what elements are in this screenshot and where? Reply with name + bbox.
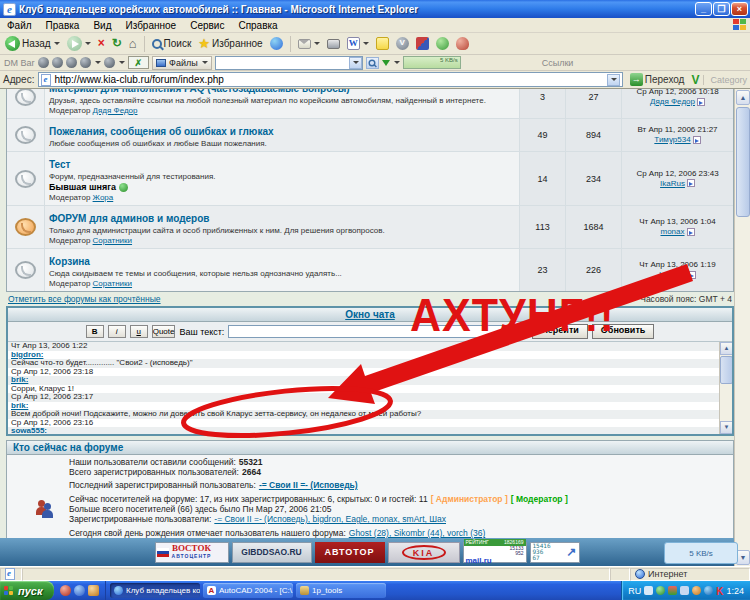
language-indicator[interactable]: RU (628, 586, 641, 596)
underline-button[interactable]: u (130, 325, 148, 338)
goto-last-post-icon[interactable] (697, 98, 705, 106)
v-checkmark-icon[interactable]: V (691, 73, 699, 87)
quicklaunch-icon-3[interactable] (88, 585, 99, 596)
last-post-user-link[interactable]: Дядя Федор (650, 97, 695, 106)
print-button[interactable] (325, 38, 342, 50)
dm-media-icon[interactable] (80, 57, 91, 68)
back-button[interactable]: Назад (3, 35, 62, 52)
last-post-user-link[interactable]: Тимур534 (654, 135, 690, 144)
kia-banner[interactable]: KIA (388, 542, 460, 563)
minimize-button[interactable]: _ (695, 2, 712, 16)
italic-button[interactable]: i (108, 325, 126, 338)
dm-download-icon[interactable] (382, 60, 390, 66)
scroll-up-icon[interactable]: ▲ (720, 342, 732, 355)
menu-help[interactable]: Справка (231, 20, 284, 31)
mailru-rating-banner[interactable]: РЕЙТИНГ1826169 15133 952 mail.ru (463, 542, 527, 563)
icq-button[interactable] (434, 36, 451, 51)
hit-counter-banner[interactable]: 1541693667 ↗ (530, 542, 580, 563)
registered-users-links[interactable]: -= Свои II =- (Исповедь), bigdron, Eagle… (214, 514, 446, 524)
last-registered-user-link[interactable]: -= Свои II =- (Исповедь) (259, 480, 358, 490)
avtotor-banner[interactable]: АВТОТОР (315, 542, 385, 563)
dm-speed-popup[interactable]: 5 KB/s (664, 542, 738, 564)
home-button[interactable]: ⌂ (127, 36, 139, 51)
tray-icon-6[interactable] (704, 586, 713, 595)
forum-title-link[interactable]: Пожелания, сообщения об ошибках и глюках (49, 126, 274, 137)
menu-edit[interactable]: Правка (39, 20, 87, 31)
notes-button[interactable] (374, 36, 391, 51)
menu-file[interactable]: Файл (0, 20, 39, 31)
scroll-down-icon[interactable]: ▼ (736, 550, 750, 565)
moderator-link[interactable]: Соратники (93, 236, 132, 245)
forum-title-link[interactable]: Тест (49, 159, 71, 170)
moderator-link[interactable]: Соратники (93, 279, 132, 288)
dm-files-dropdown[interactable]: Файлы (152, 56, 212, 70)
address-input[interactable]: http://www.kia-club.ru/forum/index.php (38, 72, 622, 87)
tray-icon-2[interactable] (656, 586, 665, 595)
birthday-today-links[interactable]: Ghost (28), Sikombr (44), vorch (36) (349, 528, 486, 538)
scrollbar-thumb[interactable] (736, 107, 750, 217)
page-scrollbar[interactable]: ▲ ▼ (734, 89, 750, 566)
favorites-button[interactable]: ★Избранное (196, 35, 264, 52)
category-button[interactable]: Category (703, 75, 747, 85)
search-button[interactable]: Поиск (150, 37, 194, 50)
forward-button[interactable] (65, 35, 93, 52)
task-ie-forum[interactable]: Клуб владельцев ко... (110, 583, 200, 598)
menu-view[interactable]: Вид (86, 20, 118, 31)
goto-last-post-icon[interactable] (688, 271, 696, 279)
forum-title-link[interactable]: Материал для наполнения FAQ (частозадава… (49, 89, 350, 94)
tray-icon-4[interactable] (680, 586, 689, 595)
close-button[interactable]: × (731, 2, 748, 16)
dm-search-input[interactable] (215, 56, 363, 70)
messenger-button[interactable]: V (394, 36, 411, 51)
bold-button[interactable]: B (86, 325, 104, 338)
goto-last-post-icon[interactable] (687, 228, 695, 236)
vostok-banner[interactable]: ВОСТОКАВТОЦЕНТР (155, 542, 229, 563)
mark-forums-read-link[interactable]: Отметить все форумы как прочтённые (8, 294, 161, 304)
tray-icon-5[interactable] (692, 586, 701, 595)
menu-tools[interactable]: Сервис (183, 20, 231, 31)
contacts-button[interactable] (454, 36, 471, 51)
start-button[interactable]: пуск (0, 581, 54, 600)
chat-window-link[interactable]: Окно чата (345, 309, 395, 320)
chat-user-link[interactable]: brik: (11, 402, 28, 410)
restore-button[interactable]: ❐ (713, 2, 730, 16)
task-autocad[interactable]: AAutoCAD 2004 - [C:\... (203, 583, 293, 598)
dm-drop-basket[interactable]: ✗ (128, 56, 150, 69)
refresh-button[interactable]: ↻ (110, 36, 124, 51)
tray-icon-3[interactable] (668, 586, 677, 595)
edit-button[interactable]: W (345, 36, 371, 51)
last-post-user-link[interactable]: monax (660, 227, 684, 236)
gibdd-banner[interactable]: GIBDDSAO.RU (232, 542, 312, 563)
goto-last-post-icon[interactable] (693, 136, 701, 144)
go-button[interactable]: →Переход (627, 72, 688, 87)
dm-globe-icon[interactable] (38, 57, 49, 68)
links-label[interactable]: Ссылки (542, 58, 574, 68)
scrollbar-thumb[interactable] (720, 356, 732, 384)
menu-favorites[interactable]: Избранное (118, 20, 183, 31)
task-1p-tools[interactable]: 1p_tools (296, 583, 386, 598)
last-post-user-link[interactable]: bigdron (659, 270, 686, 279)
moderator-link[interactable]: Жора (93, 193, 114, 202)
forum-title-link[interactable]: Корзина (49, 256, 90, 267)
dm-folder-icon[interactable] (66, 57, 77, 68)
scroll-down-icon[interactable]: ▼ (720, 421, 732, 434)
chat-user-link[interactable]: bigdron: (11, 351, 43, 359)
dm-search-button[interactable] (366, 57, 379, 69)
scroll-up-icon[interactable]: ▲ (736, 90, 750, 105)
dm-add-icon[interactable] (52, 57, 63, 68)
kaspersky-icon[interactable]: K (716, 586, 723, 595)
chat-user-link[interactable]: brik: (11, 376, 28, 384)
tray-icon-1[interactable] (644, 586, 653, 595)
chat-scrollbar[interactable]: ▲ ▼ (719, 342, 732, 434)
goto-last-post-icon[interactable] (687, 179, 695, 187)
stop-button[interactable]: × (96, 36, 107, 51)
last-post-user-link[interactable]: IkaRus (660, 179, 685, 188)
mail-button[interactable] (296, 38, 322, 50)
quote-button[interactable]: Quote (152, 325, 176, 338)
quicklaunch-icon-2[interactable] (74, 585, 85, 596)
history-button[interactable] (414, 36, 431, 51)
forum-title-link[interactable]: ФОРУМ для админов и модеров (49, 213, 209, 224)
quicklaunch-icon-1[interactable] (60, 585, 71, 596)
dm-extra-icon[interactable] (104, 57, 115, 68)
media-button[interactable] (268, 36, 285, 51)
